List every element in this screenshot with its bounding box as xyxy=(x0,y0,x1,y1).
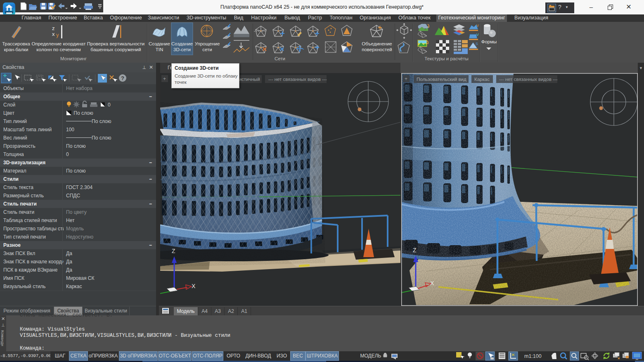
svg-text:--- нет связанных видов ---: --- нет связанных видов --- xyxy=(268,77,327,82)
svg-text:+: + xyxy=(405,76,407,82)
svg-text:m1:100: m1:100 xyxy=(524,353,542,359)
svg-text:Z: Z xyxy=(413,247,417,253)
svg-text:+: + xyxy=(163,76,166,82)
svg-text:Пользовательский вид: Пользовательский вид xyxy=(417,77,466,82)
svg-text:z: z xyxy=(52,25,55,31)
svg-text:Каркас: Каркас xyxy=(474,77,490,82)
svg-text:X: X xyxy=(430,280,434,286)
svg-text:S: S xyxy=(476,42,478,46)
svg-text:V: V xyxy=(476,24,479,28)
svg-text:V: V xyxy=(476,33,479,37)
svg-text:--- нет связанных видов ---: --- нет связанных видов --- xyxy=(499,77,558,82)
svg-text:y: y xyxy=(56,32,59,38)
svg-text:?: ? xyxy=(121,75,124,81)
svg-text:X: X xyxy=(192,283,196,289)
svg-text:x: x xyxy=(52,31,55,37)
